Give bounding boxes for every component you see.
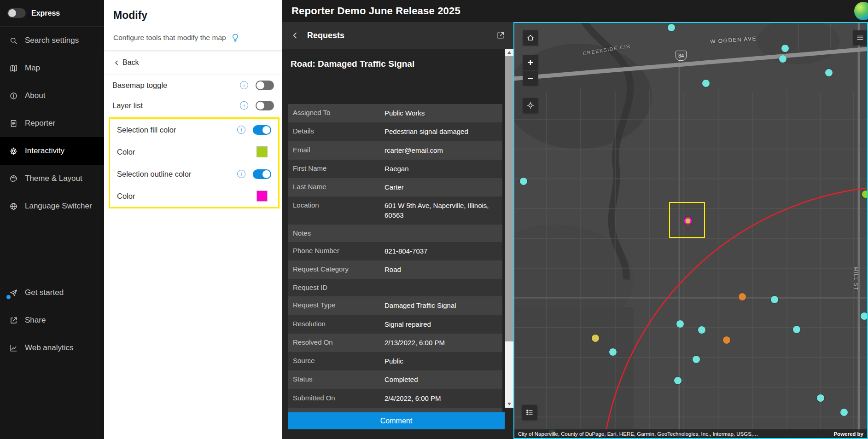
setting-label: Layer list xyxy=(112,101,240,110)
zoom-out-button[interactable]: − xyxy=(523,70,538,85)
scrollbar[interactable] xyxy=(505,49,513,408)
map-point-cyan[interactable] xyxy=(698,326,705,334)
map-point-orange[interactable] xyxy=(723,336,730,344)
field-value: Road xyxy=(383,260,502,279)
config-header: Modify Configure tools that modify the m… xyxy=(104,0,282,51)
panel-back-button[interactable] xyxy=(291,31,300,40)
sidebar-item-about[interactable]: About xyxy=(0,82,104,110)
map-point-cyan[interactable] xyxy=(609,348,617,356)
highlighted-settings-list: Selection fill coloriColorSelection outl… xyxy=(110,119,278,207)
basemap-toggle-toggle[interactable] xyxy=(256,81,274,90)
sidebar-item-language-switcher[interactable]: Language Switcher xyxy=(0,192,104,220)
color-swatch[interactable] xyxy=(256,146,268,157)
field-row-resolved-on: Resolved On2/13/2022, 6:00 PM xyxy=(288,334,502,352)
widget-menu-button[interactable] xyxy=(853,30,867,45)
setting-layer-list: Layer listi xyxy=(104,95,282,116)
sidebar-item-share[interactable]: Share xyxy=(0,306,104,334)
sidebar-nav: Search settingsMapAboutReporterInteracti… xyxy=(0,27,104,220)
map-point-orange[interactable] xyxy=(739,293,746,300)
map-point-yellow[interactable] xyxy=(592,335,599,342)
map-point-cyan[interactable] xyxy=(668,24,675,31)
color-swatch[interactable] xyxy=(256,191,268,202)
sidebar-item-label: Web analytics xyxy=(25,343,74,352)
field-row-details: DetailsPedestrian signal damaged xyxy=(288,122,502,141)
map-point-selected[interactable] xyxy=(684,217,692,225)
scrollbar-thumb[interactable] xyxy=(505,56,513,341)
sidebar-item-label: About xyxy=(25,91,45,100)
selection-color-highlight-box: Selection fill coloriColorSelection outl… xyxy=(109,117,280,208)
sidebar-item-theme-layout[interactable]: Theme & Layout xyxy=(0,165,104,192)
field-row-resolution: ResolutionSignal repaired xyxy=(288,315,502,334)
info-icon[interactable]: i xyxy=(240,81,248,89)
scroll-up-button[interactable] xyxy=(505,49,513,56)
attribute-table: Assigned ToPublic WorksDetailsPedestrian… xyxy=(288,104,502,426)
map-point-cyan[interactable] xyxy=(781,45,789,52)
gear-icon xyxy=(9,146,18,156)
sidebar-item-interactivity[interactable]: Interactivity xyxy=(0,137,104,165)
field-row-submitted-on: Submitted On2/4/2022, 6:00 PM xyxy=(288,389,502,408)
express-mode-label: Express xyxy=(31,9,60,17)
lightbulb-icon xyxy=(230,33,240,43)
map-point-green[interactable] xyxy=(862,191,868,198)
field-label: Details xyxy=(288,122,383,141)
sidebar-item-reporter[interactable]: Reporter xyxy=(0,110,104,137)
sidebar-item-web-analytics[interactable]: Web analytics xyxy=(0,334,104,362)
locate-button[interactable] xyxy=(523,98,538,113)
field-row-source: SourcePublic xyxy=(288,352,502,370)
selection-fill-color-toggle[interactable] xyxy=(253,125,271,135)
map-point-cyan[interactable] xyxy=(793,326,800,333)
setting-label: Basemap toggle xyxy=(112,81,240,90)
arcgis-globe-logo[interactable] xyxy=(854,2,868,20)
field-row-location: Location601 W 5th Ave, Naperville, Illin… xyxy=(288,196,502,225)
map-point-cyan[interactable] xyxy=(825,69,833,76)
plane-icon xyxy=(9,288,18,297)
map-point-cyan[interactable] xyxy=(674,377,682,384)
map-point-cyan[interactable] xyxy=(676,320,684,328)
selection-outline-color-toggle[interactable] xyxy=(253,169,271,179)
export-icon[interactable] xyxy=(496,31,505,40)
map-point-cyan[interactable] xyxy=(840,409,848,416)
panel-title: Requests xyxy=(307,31,489,40)
field-row-request-category: Request CategoryRoad xyxy=(288,260,502,279)
map-widget[interactable]: CREEKSIDE CIR W OGDEN AVE MILL ST 34 + −… xyxy=(513,22,868,439)
sidebar-item-label: Reporter xyxy=(25,119,55,128)
legend-button[interactable] xyxy=(522,405,537,420)
feature-title: Road: Damaged Traffic Signal xyxy=(282,49,513,76)
map-point-cyan[interactable] xyxy=(861,312,868,320)
info-icon[interactable]: i xyxy=(240,101,248,110)
field-row-request-type: Request TypeDamaged Traffic Signal xyxy=(288,296,502,315)
field-row-status: StatusCompleted xyxy=(288,370,502,389)
setting-color: Color xyxy=(110,141,278,163)
info-icon[interactable]: i xyxy=(237,170,245,178)
triangle-down-icon xyxy=(507,403,511,405)
back-button[interactable]: Back xyxy=(104,51,282,75)
field-value: Completed xyxy=(383,370,502,389)
map-point-cyan[interactable] xyxy=(779,55,786,63)
app-header: Reporter Demo June Release 2025 xyxy=(282,0,868,22)
map-point-cyan[interactable] xyxy=(520,178,527,185)
comment-button[interactable]: Comment xyxy=(288,412,505,429)
express-mode-toggle[interactable] xyxy=(7,8,26,18)
sidebar-item-get-started[interactable]: Get started xyxy=(0,279,104,306)
language-icon xyxy=(9,202,18,211)
field-value: Raegan xyxy=(383,160,502,178)
sidebar-item-search-settings[interactable]: Search settings xyxy=(0,27,104,54)
layer-list-toggle[interactable] xyxy=(256,101,274,110)
map-point-cyan[interactable] xyxy=(817,394,824,402)
map-point-cyan[interactable] xyxy=(702,80,710,87)
field-label: Source xyxy=(288,352,383,370)
attribution-text: City of Naperville, County of DuPage, Es… xyxy=(518,431,758,437)
info-icon[interactable]: i xyxy=(237,126,245,134)
zoom-in-button[interactable]: + xyxy=(523,55,538,70)
map-point-cyan[interactable] xyxy=(771,296,778,303)
sidebar-item-map[interactable]: Map xyxy=(0,54,104,82)
setting-label: Selection outline color xyxy=(117,170,237,179)
home-button[interactable] xyxy=(523,30,538,45)
scroll-down-button[interactable] xyxy=(505,400,513,408)
field-label: Submitted On xyxy=(288,389,383,408)
config-subtitle: Configure tools that modify the map xyxy=(113,34,226,42)
field-value: Public xyxy=(383,352,502,370)
setting-selection-outline-color: Selection outline colori xyxy=(110,163,278,185)
setting-label: Color xyxy=(117,192,256,201)
map-point-cyan[interactable] xyxy=(693,356,700,363)
